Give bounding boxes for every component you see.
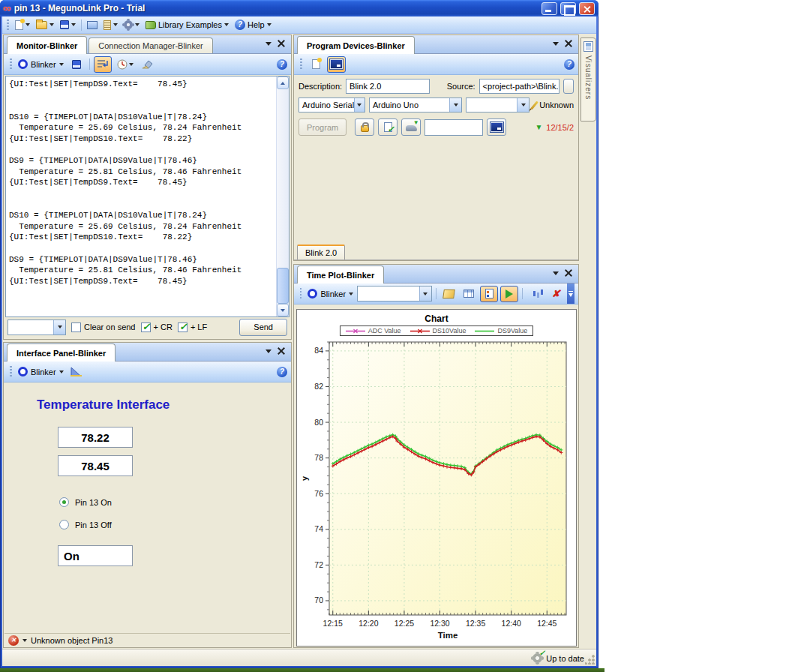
chart-style-button[interactable] bbox=[526, 286, 544, 302]
radio-unselected-icon[interactable] bbox=[59, 520, 69, 530]
checkbox-unchecked-icon[interactable] bbox=[71, 322, 81, 332]
titlebar[interactable]: ∞ pin 13 - MegunoLink Pro - Trial bbox=[0, 0, 598, 16]
clear-plot-button[interactable]: ✘ bbox=[547, 286, 565, 302]
lock-button[interactable] bbox=[355, 118, 374, 136]
combo-arrow-button[interactable] bbox=[53, 320, 65, 334]
toolbar-grip[interactable] bbox=[300, 58, 302, 70]
plot-properties-button[interactable] bbox=[440, 286, 458, 302]
monitor-source-dropdown[interactable]: Blinker bbox=[16, 59, 65, 69]
library-examples-menu[interactable]: Library Examples bbox=[143, 18, 231, 32]
send-text-combo[interactable] bbox=[8, 320, 66, 335]
clear-on-send-label: Clear on send bbox=[84, 322, 136, 332]
checkbox-checked-icon[interactable] bbox=[178, 322, 188, 332]
tab-monitor-blinker[interactable]: Monitor-Blinker bbox=[7, 36, 87, 54]
scroll-up-button[interactable] bbox=[277, 76, 289, 89]
export-image-button[interactable] bbox=[85, 18, 100, 32]
minimize-button[interactable] bbox=[542, 2, 557, 15]
save-project-button[interactable] bbox=[58, 18, 78, 32]
toolbar-grip[interactable] bbox=[10, 366, 12, 377]
open-console-button[interactable] bbox=[487, 118, 506, 136]
program-button[interactable]: Program bbox=[298, 118, 346, 136]
scrollbar-thumb[interactable] bbox=[277, 268, 289, 304]
channel-combo[interactable] bbox=[357, 286, 431, 302]
pin13-on-radio[interactable]: Pin 13 On bbox=[59, 497, 112, 507]
source-input[interactable]: <project-path>\Blink... bbox=[479, 79, 560, 94]
upload-button[interactable] bbox=[401, 118, 421, 136]
save-log-button[interactable] bbox=[68, 56, 86, 73]
maximize-button[interactable] bbox=[560, 2, 576, 15]
settings-button[interactable] bbox=[122, 18, 142, 32]
tab-time-plot-blinker[interactable]: Time Plot-Blinker bbox=[297, 266, 384, 284]
program-arg-input[interactable] bbox=[424, 119, 483, 136]
toolbar-grip[interactable] bbox=[10, 58, 12, 70]
panel-close-icon[interactable] bbox=[565, 269, 572, 277]
pin13-off-radio[interactable]: Pin 13 Off bbox=[59, 520, 112, 530]
data-table-button[interactable] bbox=[460, 286, 478, 302]
panel-close-icon[interactable] bbox=[565, 40, 572, 47]
new-project-button[interactable] bbox=[13, 18, 32, 32]
board-select[interactable]: Arduino Uno bbox=[369, 98, 462, 112]
help-icon[interactable] bbox=[277, 59, 287, 70]
description-input[interactable]: Blink 2.0 bbox=[346, 79, 430, 94]
verify-button[interactable] bbox=[378, 118, 398, 136]
help-icon[interactable] bbox=[564, 59, 574, 70]
toolbar-overflow-button[interactable] bbox=[567, 284, 574, 304]
time-plot-chart[interactable]: Chart ADC ValueDS10ValueDS9Value 7072747… bbox=[296, 309, 577, 646]
help-icon[interactable] bbox=[277, 367, 287, 377]
combo-arrow-button[interactable] bbox=[419, 286, 431, 301]
toolbar-grip[interactable] bbox=[7, 20, 9, 31]
timeplot-source-dropdown[interactable]: Blinker bbox=[306, 289, 355, 298]
panel-menu-chevron-icon[interactable] bbox=[266, 350, 272, 353]
scrollbar-track[interactable] bbox=[277, 89, 289, 304]
autoscroll-toggle[interactable] bbox=[94, 56, 112, 73]
device-console-toggle[interactable] bbox=[327, 56, 346, 73]
edit-pencil-icon[interactable] bbox=[530, 100, 538, 110]
close-button[interactable] bbox=[579, 2, 595, 15]
run-plot-toggle[interactable] bbox=[500, 286, 518, 302]
serial-monitor-output[interactable]: {UI:Test|SET|TempDS9.Text= 78.45} DS10 =… bbox=[5, 76, 290, 317]
checkbox-checked-icon[interactable] bbox=[141, 322, 151, 332]
combo-arrow-button[interactable] bbox=[354, 98, 364, 112]
monitor-scrollbar[interactable] bbox=[276, 76, 289, 316]
clear-monitor-button[interactable] bbox=[139, 56, 157, 73]
radio-selected-icon[interactable] bbox=[59, 497, 69, 507]
panel-menu-chevron-icon[interactable] bbox=[553, 272, 559, 275]
interface-source-dropdown[interactable]: Blinker bbox=[16, 367, 65, 376]
tab-connection-manager-blinker[interactable]: Connection Manager-Blinker bbox=[88, 38, 212, 53]
panel-menu-chevron-icon[interactable] bbox=[553, 42, 559, 46]
scroll-down-button[interactable] bbox=[277, 304, 289, 316]
panel-menu-chevron-icon[interactable] bbox=[266, 42, 272, 46]
chevron-down-icon bbox=[454, 104, 458, 106]
send-button[interactable]: Send bbox=[239, 319, 287, 336]
clear-on-send-checkbox[interactable]: Clear on send bbox=[71, 322, 136, 332]
port-select[interactable] bbox=[466, 98, 530, 112]
append-lf-checkbox[interactable]: + LF bbox=[178, 322, 207, 332]
designer-button[interactable] bbox=[68, 364, 86, 380]
combo-arrow-button[interactable] bbox=[517, 98, 529, 112]
panel-close-icon[interactable] bbox=[278, 347, 285, 355]
append-cr-checkbox[interactable]: + CR bbox=[141, 322, 172, 332]
temp-ds9-field[interactable]: 78.45 bbox=[58, 455, 133, 476]
tab-blink-2-0[interactable]: Blink 2.0 bbox=[297, 244, 345, 260]
browse-source-button[interactable] bbox=[563, 79, 574, 94]
panel-close-icon[interactable] bbox=[278, 40, 285, 47]
chevron-down-icon[interactable] bbox=[22, 639, 27, 642]
resize-grip[interactable] bbox=[585, 655, 595, 664]
app-logo-icon: ∞ bbox=[3, 3, 11, 14]
toolbar-grip[interactable] bbox=[300, 288, 302, 299]
help-menu[interactable]: Help bbox=[232, 18, 274, 32]
verify-check-icon bbox=[384, 122, 392, 132]
series-list-toggle[interactable] bbox=[480, 286, 498, 302]
timestamp-button[interactable] bbox=[114, 56, 136, 73]
visualizers-side-tab[interactable]: Visualizers bbox=[580, 38, 596, 122]
tab-program-devices-blinker[interactable]: Program Devices-Blinker bbox=[297, 36, 415, 54]
new-device-button[interactable] bbox=[307, 56, 325, 73]
temp-ds10-field[interactable]: 78.22 bbox=[58, 427, 133, 448]
tab-interface-panel-blinker[interactable]: Interface Panel-Blinker bbox=[7, 344, 116, 362]
scripting-button[interactable] bbox=[101, 18, 120, 32]
eraser-icon bbox=[142, 59, 153, 69]
open-project-button[interactable] bbox=[34, 18, 56, 32]
combo-arrow-button[interactable] bbox=[449, 98, 461, 112]
pin-state-field[interactable]: On bbox=[58, 545, 133, 566]
programmer-select[interactable]: Arduino Serial bbox=[298, 98, 365, 112]
